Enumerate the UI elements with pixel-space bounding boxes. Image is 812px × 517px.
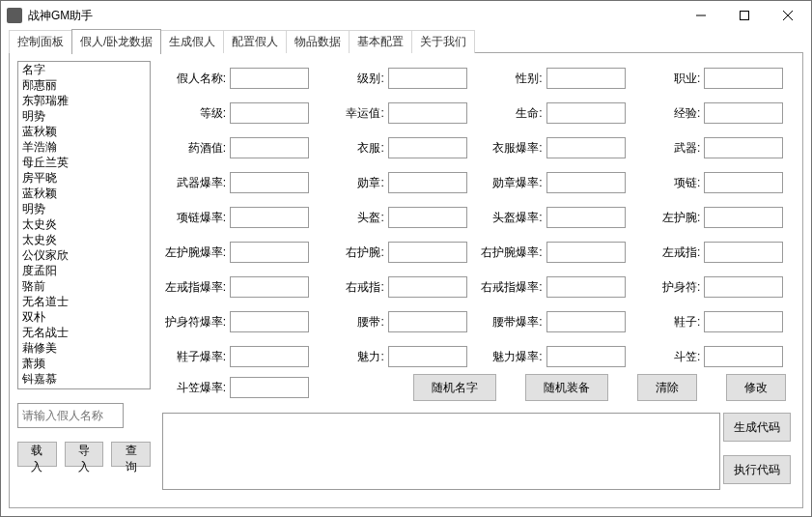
input-shoes[interactable] <box>704 311 783 332</box>
label-gender: 性别: <box>479 71 546 87</box>
load-button[interactable]: 载入 <box>17 442 57 467</box>
input-belt[interactable] <box>388 311 467 332</box>
input-necklace[interactable] <box>704 172 783 193</box>
tab-generate-fake[interactable]: 生成假人 <box>160 30 224 53</box>
input-fake-name[interactable] <box>230 68 309 89</box>
import-button[interactable]: 导入 <box>65 442 104 467</box>
input-left-ring-rate[interactable] <box>230 276 309 298</box>
list-item[interactable]: 明势 <box>18 108 150 124</box>
code-textarea[interactable] <box>162 413 720 490</box>
close-button[interactable] <box>766 2 809 29</box>
list-item[interactable]: 母丘兰英 <box>18 155 150 170</box>
input-armor[interactable] <box>388 137 467 158</box>
input-medal[interactable] <box>388 172 467 193</box>
list-item[interactable]: 无名战士 <box>18 325 150 340</box>
side-buttons: 生成代码 执行代码 <box>723 413 791 484</box>
input-necklace-rate[interactable] <box>230 207 309 228</box>
label-amulet-rate: 护身符爆率: <box>162 314 230 330</box>
input-charm[interactable] <box>388 346 467 367</box>
input-exp[interactable] <box>704 102 783 124</box>
maximize-button[interactable] <box>722 2 766 29</box>
clear-button[interactable]: 清除 <box>637 374 697 401</box>
label-left-bracelet: 左护腕: <box>636 210 704 226</box>
input-right-bracelet[interactable] <box>388 242 467 263</box>
list-item[interactable]: 邴惠丽 <box>18 77 150 93</box>
input-right-ring[interactable] <box>388 276 467 298</box>
list-item[interactable]: 明势 <box>18 201 150 216</box>
modify-button[interactable]: 修改 <box>726 374 786 401</box>
list-item[interactable]: 太史炎 <box>18 232 150 247</box>
label-fake-name: 假人名称: <box>162 71 230 87</box>
input-level2[interactable] <box>388 68 467 89</box>
form-row-6: 左戒指爆率: 右戒指: 右戒指爆率: 护身符: <box>162 270 795 304</box>
input-hat-rate[interactable] <box>230 377 309 398</box>
exec-code-button[interactable]: 执行代码 <box>723 455 791 484</box>
tab-about[interactable]: 关于我们 <box>411 30 475 53</box>
input-right-bracelet-rate[interactable] <box>546 242 626 263</box>
list-item[interactable]: 萧频 <box>18 356 150 371</box>
label-belt-rate: 腰带爆率: <box>479 314 546 330</box>
list-item[interactable]: 蓝秋颖 <box>18 186 150 201</box>
name-search-input[interactable] <box>17 403 124 428</box>
list-item[interactable]: 名字 <box>18 62 150 77</box>
input-wine[interactable] <box>230 137 309 158</box>
input-left-bracelet[interactable] <box>704 207 783 228</box>
input-weapon[interactable] <box>704 137 783 158</box>
list-item[interactable]: 蓝秋颖 <box>18 124 150 139</box>
input-job[interactable] <box>704 68 783 89</box>
input-luck[interactable] <box>388 102 467 124</box>
name-listbox[interactable]: 名字邴惠丽东郭瑞雅明势蓝秋颖羊浩瀚母丘兰英房平晓蓝秋颖明势太史炎太史炎公仪家欣度… <box>17 61 151 389</box>
label-right-bracelet: 右护腕: <box>321 244 388 261</box>
list-item[interactable]: 骆前 <box>18 278 150 294</box>
list-item[interactable]: 羊浩瀚 <box>18 139 150 155</box>
query-button[interactable]: 查询 <box>111 442 151 467</box>
input-helmet[interactable] <box>388 207 467 228</box>
label-hp: 生命: <box>479 105 546 122</box>
tab-fake-data[interactable]: 假人/卧龙数据 <box>71 29 161 54</box>
list-item[interactable]: 房平晓 <box>18 170 150 186</box>
form-row-3: 武器爆率: 勋章: 勋章爆率: 项链: <box>162 165 795 200</box>
close-icon <box>783 11 793 20</box>
input-armor-rate[interactable] <box>546 137 626 158</box>
tab-configure-fake[interactable]: 配置假人 <box>223 30 287 53</box>
tab-control-panel[interactable]: 控制面板 <box>9 30 72 53</box>
label-exp: 经验: <box>636 105 704 122</box>
list-item[interactable]: 藉修美 <box>18 340 150 356</box>
label-shoes: 鞋子: <box>636 314 704 330</box>
label-necklace-rate: 项链爆率: <box>162 210 230 226</box>
list-item[interactable]: 东郭瑞雅 <box>18 93 150 108</box>
input-amulet-rate[interactable] <box>230 311 309 332</box>
input-left-bracelet-rate[interactable] <box>230 242 309 263</box>
minimize-button[interactable] <box>679 2 722 29</box>
content-area: 控制面板 假人/卧龙数据 生成假人 配置假人 物品数据 基本配置 关于我们 名字… <box>9 32 803 508</box>
gen-code-button[interactable]: 生成代码 <box>723 413 791 442</box>
input-right-ring-rate[interactable] <box>546 276 626 298</box>
input-helmet-rate[interactable] <box>546 207 626 228</box>
input-level[interactable] <box>230 102 309 124</box>
list-item[interactable]: 无名道士 <box>18 294 150 309</box>
input-charm-rate[interactable] <box>546 346 626 367</box>
input-gender[interactable] <box>546 68 626 89</box>
list-item[interactable]: 度孟阳 <box>18 263 150 278</box>
list-item[interactable]: 钭嘉慕 <box>18 371 150 387</box>
input-hat[interactable] <box>704 346 783 367</box>
tab-item-data[interactable]: 物品数据 <box>286 30 350 53</box>
random-name-button[interactable]: 随机名字 <box>413 374 496 401</box>
list-item[interactable]: 公仪家欣 <box>18 247 150 263</box>
list-item[interactable]: 双朴 <box>18 309 150 325</box>
random-equip-button[interactable]: 随机装备 <box>525 374 608 401</box>
list-item[interactable]: 同思…… <box>18 387 150 389</box>
input-belt-rate[interactable] <box>546 311 626 332</box>
label-charm-rate: 魅力爆率: <box>479 349 546 365</box>
input-left-ring[interactable] <box>704 242 783 263</box>
input-amulet[interactable] <box>704 276 783 298</box>
input-shoes-rate[interactable] <box>230 346 309 367</box>
label-left-ring-rate: 左戒指爆率: <box>162 279 230 296</box>
form-row-5: 左护腕爆率: 右护腕: 右护腕爆率: 左戒指: <box>162 235 795 270</box>
input-hp[interactable] <box>546 102 626 124</box>
input-medal-rate[interactable] <box>546 172 626 193</box>
list-item[interactable]: 太史炎 <box>18 216 150 232</box>
label-left-bracelet-rate: 左护腕爆率: <box>162 244 230 261</box>
tab-basic-config[interactable]: 基本配置 <box>349 30 412 53</box>
input-weapon-rate[interactable] <box>230 172 309 193</box>
